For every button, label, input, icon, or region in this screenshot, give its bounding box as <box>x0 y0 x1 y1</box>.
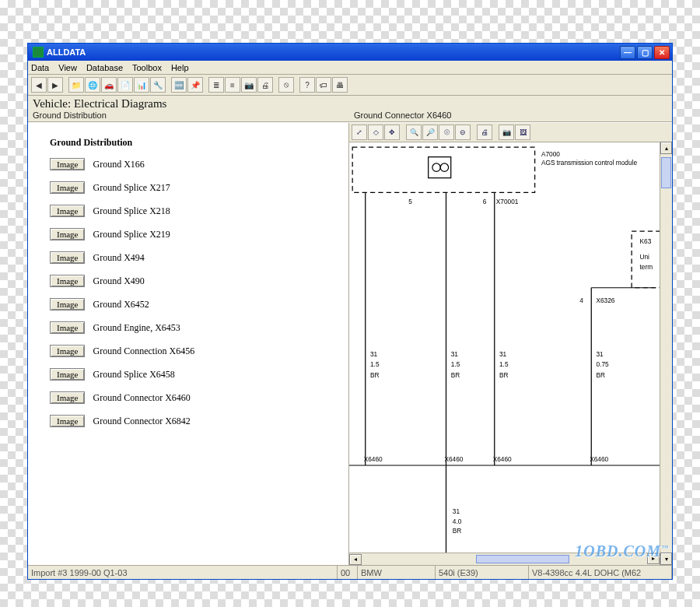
wiring-diagram[interactable]: A7000 AGS transmission control module 5 … <box>349 142 672 565</box>
zoom-actual-icon[interactable]: ⦾ <box>439 125 454 140</box>
pan-icon[interactable]: ✥ <box>384 125 400 140</box>
image-button[interactable]: Image <box>50 298 85 311</box>
tool-globe-icon[interactable]: 🌐 <box>85 77 100 93</box>
list-item[interactable]: ImageGround X6452 <box>50 298 341 311</box>
tool-chart-icon[interactable]: 📊 <box>134 77 149 93</box>
tool-tag-icon[interactable]: 🏷 <box>316 77 331 93</box>
tool-pin-icon[interactable]: 📌 <box>187 77 203 93</box>
tool-list1-icon[interactable]: ≣ <box>208 77 224 93</box>
svg-text:BR: BR <box>370 371 380 379</box>
watermark: 1OBD.COM™ <box>575 542 669 560</box>
diagram-toolbar: ⤢ ◇ ✥ 🔍 🔎 ⦾ ⊖ 🖨 📷 🖼 <box>349 123 672 142</box>
list-item[interactable]: ImageGround Splice X6458 <box>50 368 341 381</box>
tool-folder-icon[interactable]: 📁 <box>68 77 84 93</box>
tool-stop-icon[interactable]: ⦸ <box>278 77 294 93</box>
svg-text:6: 6 <box>483 198 487 205</box>
svg-text:31: 31 <box>370 350 378 358</box>
svg-text:BR: BR <box>453 527 462 535</box>
image-button[interactable]: Image <box>50 228 85 240</box>
status-engine: V8-4398cc 4.4L DOHC (M62 <box>529 566 672 579</box>
zoom-region-icon[interactable]: ◇ <box>368 125 383 140</box>
tool-wrench-icon[interactable]: 🔧 <box>150 77 166 93</box>
image-button[interactable]: Image <box>50 345 85 357</box>
svg-text:K63: K63 <box>640 237 652 245</box>
status-import: Import #3 1999-00 Q1-03 <box>28 566 338 579</box>
forward-button[interactable]: ▶ <box>47 77 63 93</box>
minimize-button[interactable]: — <box>620 46 635 59</box>
list-item[interactable]: ImageGround Splice X217 <box>50 181 341 194</box>
image-button[interactable]: Image <box>50 275 85 287</box>
zoom-reset-icon[interactable]: ⊖ <box>455 125 471 140</box>
hscroll-thumb[interactable] <box>476 555 569 563</box>
svg-text:1.5: 1.5 <box>370 360 380 368</box>
menu-database[interactable]: Database <box>86 63 123 72</box>
image-button[interactable]: Image <box>50 205 85 217</box>
diagram-camera-icon[interactable]: 📷 <box>499 125 514 140</box>
menu-toolbox[interactable]: Toolbox <box>132 63 162 72</box>
window-title: ALLDATA <box>47 47 620 57</box>
maximize-button[interactable]: ▢ <box>637 46 653 59</box>
tool-list2-icon[interactable]: ≡ <box>225 77 240 93</box>
item-label: Ground Engine, X6453 <box>93 322 180 334</box>
svg-text:X6460: X6460 <box>364 455 383 463</box>
scroll-up-icon[interactable]: ▴ <box>660 142 672 154</box>
tool-car-icon[interactable]: 🚗 <box>101 77 117 93</box>
diagram-print-icon[interactable]: 🖨 <box>477 125 492 140</box>
titlebar[interactable]: ALLDATA — ▢ ✕ <box>28 44 672 61</box>
item-label: Ground Connector X6842 <box>93 416 190 427</box>
menu-data[interactable]: Data <box>31 63 49 72</box>
list-item[interactable]: ImageGround Connector X6842 <box>50 415 341 427</box>
svg-point-3 <box>440 163 448 171</box>
list-item[interactable]: ImageGround X490 <box>50 275 341 287</box>
vertical-scrollbar[interactable]: ▴ ▾ <box>660 142 672 565</box>
image-button[interactable]: Image <box>50 415 85 427</box>
tool-print2-icon[interactable]: 🖶 <box>332 77 348 93</box>
list-item[interactable]: ImageGround Splice X218 <box>50 205 341 217</box>
zoom-fit-icon[interactable]: ⤢ <box>352 125 367 140</box>
close-button[interactable]: ✕ <box>654 46 670 59</box>
svg-text:31: 31 <box>499 350 507 358</box>
svg-text:X70001: X70001 <box>496 198 519 205</box>
diagram-pane: ⤢ ◇ ✥ 🔍 🔎 ⦾ ⊖ 🖨 📷 🖼 <box>349 123 672 565</box>
zoom-out-icon[interactable]: 🔎 <box>422 125 438 140</box>
item-label: Ground Connector X6460 <box>93 392 190 404</box>
image-button[interactable]: Image <box>50 391 85 404</box>
tool-print-icon[interactable]: 🖨 <box>257 77 273 93</box>
list-item[interactable]: ImageGround Splice X219 <box>50 228 341 240</box>
image-button[interactable]: Image <box>50 158 85 170</box>
svg-text:1.5: 1.5 <box>499 360 509 368</box>
menu-view[interactable]: View <box>58 63 77 72</box>
tool-doc-icon[interactable]: 📄 <box>117 77 133 93</box>
svg-text:1.5: 1.5 <box>451 360 460 368</box>
svg-text:31: 31 <box>451 350 459 358</box>
image-button[interactable]: Image <box>50 251 85 264</box>
status-make: BMW <box>358 566 436 579</box>
item-label: Ground Splice X217 <box>93 182 170 194</box>
scroll-left-icon[interactable]: ◂ <box>349 554 362 565</box>
tool-camera-icon[interactable]: 📷 <box>241 77 257 93</box>
main-toolbar: ◀ ▶ 📁 🌐 🚗 📄 📊 🔧 🆕 📌 ≣ ≡ 📷 🖨 ⦸ ? 🏷 🖶 <box>28 75 672 96</box>
image-button[interactable]: Image <box>50 368 85 381</box>
tool-help-icon[interactable]: ? <box>299 77 315 93</box>
list-item[interactable]: ImageGround Connector X6460 <box>50 391 341 404</box>
status-num: 00 <box>338 566 358 579</box>
tool-newcar-icon[interactable]: 🆕 <box>171 77 187 93</box>
menu-help[interactable]: Help <box>171 63 189 72</box>
list-item[interactable]: ImageGround Engine, X6453 <box>50 321 341 334</box>
diagram-snapshot-icon[interactable]: 🖼 <box>515 125 530 140</box>
list-item[interactable]: ImageGround Connection X6456 <box>50 345 341 357</box>
zoom-in-icon[interactable]: 🔍 <box>406 125 422 140</box>
list-item[interactable]: ImageGround X166 <box>50 158 341 170</box>
image-button[interactable]: Image <box>50 181 85 194</box>
status-model: 540i (E39) <box>436 566 529 579</box>
vscroll-thumb[interactable] <box>661 157 671 188</box>
right-pane-subtitle: Ground Connector X6460 <box>354 111 451 121</box>
back-button[interactable]: ◀ <box>31 77 47 93</box>
svg-rect-1 <box>429 157 451 178</box>
svg-text:AGS transmission control modul: AGS transmission control module <box>541 159 638 167</box>
svg-text:X6460: X6460 <box>493 455 512 463</box>
list-item[interactable]: ImageGround X494 <box>50 251 341 264</box>
image-button[interactable]: Image <box>50 321 85 334</box>
svg-text:term: term <box>640 263 653 271</box>
list-heading: Ground Distribution <box>50 137 341 149</box>
